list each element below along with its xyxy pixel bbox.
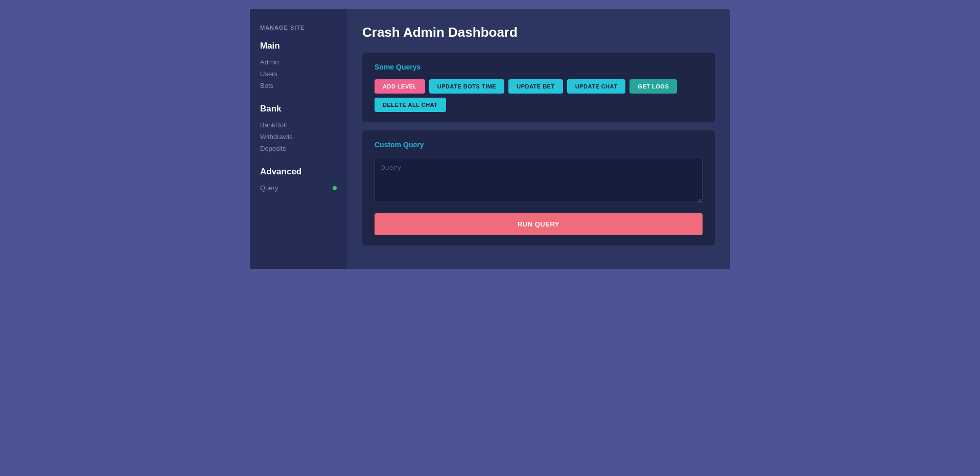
sidebar-item-deposits[interactable]: Deposits — [260, 143, 337, 154]
sidebar-item-bankroll[interactable]: BankRoll — [260, 119, 337, 131]
sidebar-section-header-advanced: Advanced — [260, 167, 337, 177]
sidebar-item-label-withdrawls: Withdrawls — [260, 133, 293, 141]
sidebar-section-bank: Bank BankRoll Withdrawls Deposits — [260, 104, 337, 154]
sidebar-section-main: Main Admin Users Bots — [260, 41, 337, 92]
sidebar-section-header-main: Main — [260, 41, 337, 51]
sidebar-item-label-bots: Bots — [260, 82, 273, 89]
sidebar-item-admin[interactable]: Admin — [260, 56, 337, 68]
sidebar-item-label-deposits: Deposits — [260, 145, 286, 152]
custom-query-panel-title: Custom Query — [375, 141, 703, 149]
custom-query-panel: Custom Query RUN Query — [362, 130, 715, 245]
sidebar-title: MANAGE SITE — [260, 25, 337, 31]
sidebar-item-label-bankroll: BankRoll — [260, 121, 287, 129]
some-queries-panel-title: Some Querys — [375, 63, 703, 71]
query-buttons-group: ADD Level UPDATE BOTS TIME UPDATE BET UP… — [375, 79, 703, 112]
query-input[interactable] — [375, 157, 703, 203]
update-bet-button[interactable]: UPDATE BET — [508, 79, 563, 94]
sidebar-item-users[interactable]: Users — [260, 68, 337, 80]
sidebar-item-withdrawls[interactable]: Withdrawls — [260, 131, 337, 143]
sidebar-item-bots[interactable]: Bots — [260, 80, 337, 92]
sidebar-item-label-users: Users — [260, 70, 277, 78]
page-title: Crash Admin Dashboard — [362, 25, 715, 40]
delete-all-chat-button[interactable]: DELETE ALL CHAT — [375, 98, 446, 112]
update-chat-button[interactable]: UPDATE CHAT — [567, 79, 626, 94]
sidebar-section-header-bank: Bank — [260, 104, 337, 114]
get-logs-button[interactable]: GET LOGS — [629, 79, 677, 94]
sidebar-item-query[interactable]: Query — [260, 182, 337, 194]
run-query-button[interactable]: RUN Query — [375, 213, 703, 235]
sidebar-item-label-query: Query — [260, 184, 278, 192]
query-status-dot — [333, 186, 337, 190]
app-container: MANAGE SITE Main Admin Users Bots Bank B… — [250, 9, 730, 269]
some-queries-panel: Some Querys ADD Level UPDATE BOTS TIME U… — [362, 53, 715, 122]
update-bots-time-button[interactable]: UPDATE BOTS TIME — [429, 79, 504, 94]
sidebar: MANAGE SITE Main Admin Users Bots Bank B… — [250, 9, 347, 269]
add-level-button[interactable]: ADD Level — [375, 79, 425, 94]
main-content: Crash Admin Dashboard Some Querys ADD Le… — [347, 9, 730, 269]
sidebar-item-label-admin: Admin — [260, 58, 279, 66]
sidebar-section-advanced: Advanced Query — [260, 167, 337, 194]
